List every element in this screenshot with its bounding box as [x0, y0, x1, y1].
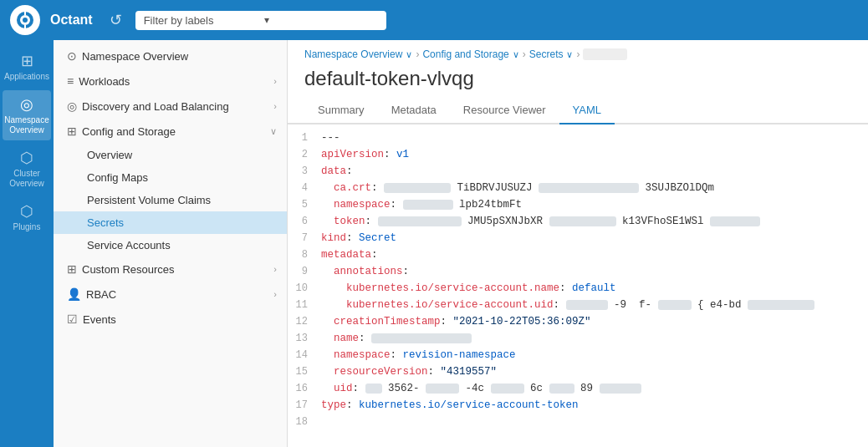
topbar: Octant ↺ Filter by labels ▾ [0, 0, 868, 40]
custom-resources-icon: ⊞ [67, 262, 77, 276]
events-icon: ☑ [67, 312, 78, 326]
rail-item-plugins[interactable]: ⬡ Plugins [3, 197, 51, 237]
history-icon[interactable]: ↺ [110, 11, 122, 29]
custom-resources-chevron-icon: › [273, 264, 277, 274]
octant-logo [10, 5, 40, 35]
page-title: default-token-vlvqg [288, 63, 868, 97]
rbac-icon: 👤 [67, 287, 81, 301]
sidebar-subitem-service-accounts[interactable]: Service Accounts [54, 234, 287, 257]
sidebar-item-namespace-overview[interactable]: ⊙ Namespace Overview [54, 43, 287, 69]
yaml-line-13: 13 name: [288, 332, 868, 348]
rail-label-cluster: Cluster Overview [6, 169, 48, 189]
sidebar-item-rbac[interactable]: 👤 RBAC › [54, 282, 287, 307]
yaml-line-8: 8 metadata: [288, 248, 868, 265]
breadcrumb-config-storage[interactable]: Config and Storage [422, 48, 508, 60]
sidebar-label-config-maps: Config Maps [87, 171, 148, 184]
yaml-line-6: 6 token: JMU5pSXNJbXR k13VFhoSE1WSl [288, 215, 868, 231]
yaml-line-9: 9 annotations: [288, 265, 868, 282]
tab-summary[interactable]: Summary [304, 97, 378, 124]
sidebar-label-rbac: RBAC [86, 288, 268, 301]
content-area: Namespace Overview ∨ › Config and Storag… [288, 40, 868, 447]
yaml-line-5: 5 namespace: lpb24tbmFt [288, 198, 868, 215]
breadcrumb-dropdown-2[interactable]: ∨ [513, 49, 519, 60]
sidebar-label-workloads: Workloads [79, 75, 268, 88]
yaml-line-1: 1 --- [288, 131, 868, 148]
yaml-line-16: 16 uid: 3562- -4c 6c 89 [288, 382, 868, 399]
breadcrumb-namespace-overview[interactable]: Namespace Overview [304, 48, 402, 60]
sidebar-label-service-accounts: Service Accounts [87, 239, 171, 251]
workloads-icon: ≡ [67, 74, 74, 88]
yaml-content[interactable]: 1 --- 2 apiVersion: v1 3 data: 4 ca.crt:… [288, 124, 868, 447]
yaml-line-17: 17 type: kubernetes.io/service-account-t… [288, 399, 868, 415]
sidebar-label-config-storage: Config and Storage [82, 125, 265, 138]
applications-icon: ⊞ [21, 52, 33, 70]
filter-label: Filter by labels [144, 14, 258, 27]
yaml-line-11: 11 kubernetes.io/service-account.uid: -9… [288, 298, 868, 315]
app-title: Octant [50, 13, 93, 28]
breadcrumb-sep-1: › [416, 48, 419, 60]
sidebar-subitem-overview[interactable]: Overview [54, 144, 287, 166]
sidebar-label-overview: Overview [87, 149, 132, 161]
breadcrumb-sep-3: › [576, 48, 580, 60]
config-storage-icon: ⊞ [67, 124, 77, 138]
rail-item-namespace-overview[interactable]: ◎ Namespace Overview [3, 90, 51, 140]
sidebar-item-custom-resources[interactable]: ⊞ Custom Resources › [54, 257, 287, 282]
yaml-line-4: 4 ca.crt: TiBDRVJUSUZJ 3SUJBZOlDQm [288, 181, 868, 198]
yaml-line-12: 12 creationTimestamp: "2021-10-22T05:36:… [288, 315, 868, 332]
sidebar-subitem-secrets[interactable]: Secrets [54, 211, 287, 234]
tab-metadata[interactable]: Metadata [378, 97, 450, 124]
sidebar-subitem-pvc[interactable]: Persistent Volume Claims [54, 189, 287, 211]
sidebar-label-custom-resources: Custom Resources [82, 263, 268, 276]
tabs: Summary Metadata Resource Viewer YAML [288, 97, 868, 124]
yaml-line-15: 15 resourceVersion: "4319557" [288, 365, 868, 382]
sidebar-item-config-storage[interactable]: ⊞ Config and Storage ∨ [54, 119, 287, 144]
breadcrumb-secrets[interactable]: Secrets [529, 48, 564, 60]
tab-resource-viewer[interactable]: Resource Viewer [450, 97, 559, 124]
breadcrumb: Namespace Overview ∨ › Config and Storag… [288, 40, 868, 63]
rail-item-applications[interactable]: ⊞ Applications [3, 47, 51, 87]
namespace-icon: ◎ [20, 95, 33, 114]
workloads-chevron-icon: › [273, 76, 277, 86]
sidebar-label-events: Events [83, 313, 277, 326]
rail-label-namespace: Namespace Overview [4, 115, 49, 135]
svg-point-2 [23, 18, 28, 23]
left-rail: ⊞ Applications ◎ Namespace Overview ⬡ Cl… [0, 40, 54, 447]
cluster-icon: ⬡ [20, 149, 33, 167]
yaml-line-3: 3 data: [288, 165, 868, 181]
sidebar-item-workloads[interactable]: ≡ Workloads › [54, 69, 287, 94]
plugins-icon: ⬡ [20, 202, 33, 221]
discovery-chevron-icon: › [273, 101, 277, 111]
breadcrumb-sep-2: › [523, 48, 526, 60]
sidebar-item-discovery[interactable]: ◎ Discovery and Load Balancing › [54, 94, 287, 119]
sidebar-label-discovery: Discovery and Load Balancing [82, 100, 268, 113]
sidebar: ⊙ Namespace Overview ≡ Workloads › ◎ Dis… [54, 40, 288, 447]
sidebar-item-events[interactable]: ☑ Events [54, 307, 287, 332]
rail-label-applications: Applications [4, 72, 49, 82]
sidebar-label-namespace-overview: Namespace Overview [82, 50, 277, 63]
sidebar-subitem-config-maps[interactable]: Config Maps [54, 166, 287, 189]
rbac-chevron-icon: › [273, 289, 277, 299]
yaml-line-2: 2 apiVersion: v1 [288, 148, 868, 165]
sidebar-label-pvc: Persistent Volume Claims [87, 194, 211, 206]
label-filter[interactable]: Filter by labels ▾ [135, 11, 386, 30]
sidebar-label-secrets: Secrets [87, 216, 124, 229]
filter-chevron-icon: ▾ [264, 14, 378, 26]
tab-yaml[interactable]: YAML [559, 97, 615, 124]
config-storage-chevron-icon: ∨ [270, 126, 277, 137]
yaml-line-14: 14 namespace: revision-namespace [288, 348, 868, 365]
rail-label-plugins: Plugins [13, 222, 41, 232]
yaml-line-7: 7 kind: Secret [288, 231, 868, 248]
namespace-overview-icon: ⊙ [67, 49, 77, 63]
rail-item-cluster-overview[interactable]: ⬡ Cluster Overview [3, 144, 51, 194]
yaml-line-18: 18 [288, 415, 868, 432]
discovery-icon: ◎ [67, 99, 77, 113]
breadcrumb-dropdown-3[interactable]: ∨ [566, 49, 573, 60]
yaml-line-10: 10 kubernetes.io/service-account.name: d… [288, 282, 868, 298]
main-layout: ⊞ Applications ◎ Namespace Overview ⬡ Cl… [0, 40, 868, 447]
breadcrumb-dropdown-1[interactable]: ∨ [406, 49, 412, 60]
breadcrumb-current [583, 48, 627, 60]
